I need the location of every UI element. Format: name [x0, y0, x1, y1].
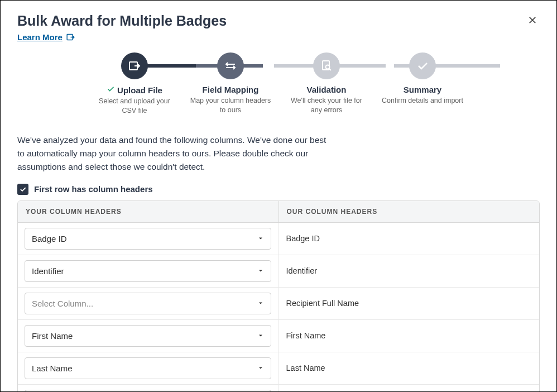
- upload-icon: [121, 52, 148, 79]
- progress-stepper: Upload File Select and upload your CSV f…: [90, 52, 467, 116]
- dropdown-value: Select Column...: [32, 299, 93, 308]
- step-title: Summary: [404, 85, 441, 94]
- table-row: Last NameLast Name: [18, 352, 539, 385]
- dropdown-value: First Name: [32, 331, 73, 341]
- step-title: Upload File: [117, 85, 162, 95]
- step-title: Field Mapping: [203, 85, 259, 94]
- table-row: Badge IDBadge ID: [18, 223, 539, 255]
- first-row-headers-checkbox[interactable]: First row has column headers: [17, 184, 540, 195]
- dropdown-value: Last Name: [32, 364, 73, 373]
- our-column-value: Last Name: [278, 352, 540, 384]
- your-column-dropdown[interactable]: Badge ID: [25, 228, 271, 250]
- chevron-down-icon: [257, 299, 264, 308]
- instructions-text: We've analyzed your data and found the f…: [17, 133, 330, 174]
- our-column-value: Identifier: [278, 255, 540, 287]
- page-title: Bulk Award for Multiple Badges: [17, 13, 227, 29]
- step-field-mapping: Field Mapping Map your column headers to…: [186, 52, 275, 116]
- our-column-value: Badge ID: [278, 223, 540, 255]
- step-desc: Select and upload your CSV file: [93, 97, 176, 116]
- your-column-dropdown[interactable]: First Name: [25, 325, 271, 347]
- dropdown-value: Identifier: [32, 266, 64, 276]
- chevron-down-icon: [257, 364, 264, 373]
- our-column-value: First Name: [278, 320, 540, 352]
- search-file-icon: [313, 52, 340, 79]
- chevron-down-icon: [257, 234, 264, 243]
- table-header-our: OUR COLUMN HEADERS: [279, 201, 540, 222]
- table-row: First NameFirst Name: [18, 320, 539, 352]
- external-link-icon: [66, 32, 75, 42]
- step-title: Validation: [307, 85, 347, 94]
- checkbox-icon: [17, 184, 28, 195]
- step-desc: Map your column headers to ours: [189, 96, 272, 115]
- learn-more-label: Learn More: [17, 32, 63, 42]
- learn-more-link[interactable]: Learn More: [17, 32, 75, 42]
- chevron-down-icon: [257, 331, 264, 341]
- close-button[interactable]: [525, 13, 540, 30]
- checkbox-label: First row has column headers: [34, 184, 153, 194]
- table-row: IdentifierIdentifier: [18, 255, 539, 288]
- table-header-your: YOUR COLUMN HEADERS: [18, 201, 279, 222]
- chevron-down-icon: [257, 266, 264, 276]
- our-column-value: Recipient Full Name: [278, 288, 540, 319]
- swap-icon: [217, 52, 244, 79]
- table-row: NarrativeNarrative: [18, 385, 539, 392]
- dropdown-value: Badge ID: [32, 234, 67, 243]
- step-validation: Validation We'll check your file for any…: [282, 52, 371, 116]
- table-row: Select Column...Recipient Full Name: [18, 288, 539, 320]
- your-column-dropdown[interactable]: Identifier: [25, 260, 271, 282]
- your-column-dropdown[interactable]: Last Name: [25, 357, 271, 379]
- close-icon: [527, 17, 537, 27]
- step-summary: Summary Confirm details and import: [378, 52, 467, 116]
- mapping-table: YOUR COLUMN HEADERS OUR COLUMN HEADERS B…: [17, 200, 540, 392]
- check-icon: [107, 85, 115, 95]
- check-circle-icon: [409, 52, 436, 79]
- step-desc: We'll check your file for any errors: [285, 96, 368, 115]
- step-desc: Confirm details and import: [382, 96, 463, 106]
- our-column-value: Narrative: [278, 385, 540, 392]
- your-column-dropdown[interactable]: Select Column...: [25, 293, 271, 314]
- your-column-dropdown[interactable]: Narrative: [25, 390, 271, 392]
- step-upload: Upload File Select and upload your CSV f…: [90, 52, 179, 116]
